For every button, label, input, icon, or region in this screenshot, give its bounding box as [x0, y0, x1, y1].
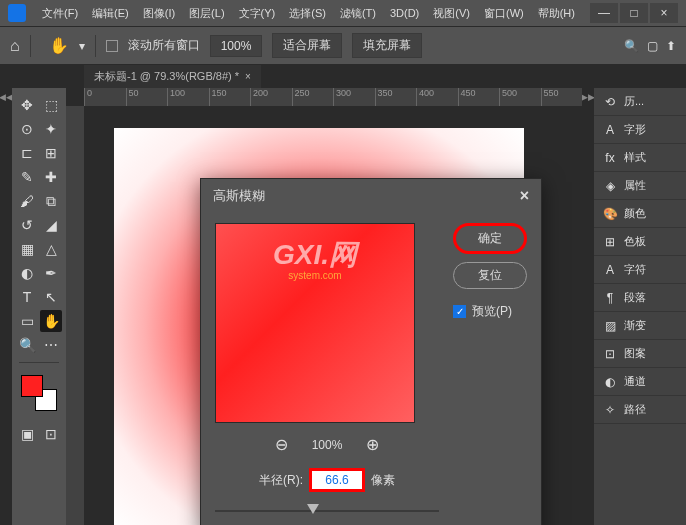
slider-thumb[interactable]: [307, 504, 319, 514]
close-button[interactable]: ×: [650, 3, 678, 23]
radius-slider[interactable]: [215, 500, 439, 516]
lasso-tool[interactable]: ⊙: [16, 118, 38, 140]
preview-checkbox[interactable]: ✓: [453, 305, 466, 318]
ruler-horizontal: 050100150200250300350400450500550: [84, 88, 582, 106]
menu-image[interactable]: 图像(I): [137, 4, 181, 23]
eraser-tool[interactable]: ◢: [40, 214, 62, 236]
search-icon[interactable]: 🔍: [624, 39, 639, 53]
home-icon[interactable]: ⌂: [10, 37, 20, 55]
panel-paths[interactable]: ✧路径: [594, 396, 686, 424]
document-tabs: 未标题-1 @ 79.3%(RGB/8#) * ×: [0, 64, 686, 88]
menu-layer[interactable]: 图层(L): [183, 4, 230, 23]
pen-tool[interactable]: ✒: [40, 262, 62, 284]
menu-window[interactable]: 窗口(W): [478, 4, 530, 23]
maximize-button[interactable]: □: [620, 3, 648, 23]
menu-filter[interactable]: 滤镜(T): [334, 4, 382, 23]
panel-collapse-right[interactable]: ▶▶: [582, 88, 594, 525]
panel-color[interactable]: 🎨颜色: [594, 200, 686, 228]
properties-icon: ◈: [602, 179, 618, 193]
tools-panel: ✥⬚ ⊙✦ ⊏⊞ ✎✚ 🖌⧉ ↺◢ ▦△ ◐✒ T↖ ▭✋ 🔍⋯ ▣⊡: [12, 88, 66, 525]
dialog-close-button[interactable]: ×: [520, 187, 529, 205]
menu-file[interactable]: 文件(F): [36, 4, 84, 23]
panel-history[interactable]: ⟲历...: [594, 88, 686, 116]
screenmode-tool[interactable]: ⊡: [40, 423, 62, 445]
share-icon[interactable]: ⬆: [666, 39, 676, 53]
zoom-level[interactable]: 100%: [210, 35, 263, 57]
color-icon: 🎨: [602, 207, 618, 221]
document-tab[interactable]: 未标题-1 @ 79.3%(RGB/8#) * ×: [84, 65, 261, 88]
preview-image[interactable]: GXI.网 system.com: [215, 223, 415, 423]
path-tool[interactable]: ↖: [40, 286, 62, 308]
preview-label: 预览(P): [472, 303, 512, 320]
watermark: GXI.网 system.com: [216, 236, 414, 281]
crop-tool[interactable]: ⊏: [16, 142, 38, 164]
zoom-out-button[interactable]: ⊖: [275, 435, 288, 454]
channels-icon: ◐: [602, 375, 618, 389]
fx-icon: fx: [602, 151, 618, 165]
swatches-icon: ⊞: [602, 235, 618, 249]
glyph-icon: A: [602, 123, 618, 137]
radius-input[interactable]: [312, 471, 362, 489]
workspace-icon[interactable]: ▢: [647, 39, 658, 53]
eyedropper-tool[interactable]: ✎: [16, 166, 38, 188]
move-tool[interactable]: ✥: [16, 94, 38, 116]
gradient-icon: ▨: [602, 319, 618, 333]
ok-button[interactable]: 确定: [453, 223, 527, 254]
type-tool[interactable]: T: [16, 286, 38, 308]
panel-swatches[interactable]: ⊞色板: [594, 228, 686, 256]
blur-tool[interactable]: △: [40, 238, 62, 260]
panel-glyphs[interactable]: A字形: [594, 116, 686, 144]
panel-gradient[interactable]: ▨渐变: [594, 312, 686, 340]
fit-screen-button[interactable]: 适合屏幕: [272, 33, 342, 58]
panel-properties[interactable]: ◈属性: [594, 172, 686, 200]
dialog-title: 高斯模糊: [213, 187, 265, 205]
foreground-color[interactable]: [21, 375, 43, 397]
menu-select[interactable]: 选择(S): [283, 4, 332, 23]
hand-tool[interactable]: ✋: [40, 310, 62, 332]
history-brush-tool[interactable]: ↺: [16, 214, 38, 236]
character-icon: A: [602, 263, 618, 277]
radius-label: 半径(R):: [259, 472, 303, 489]
paragraph-icon: ¶: [602, 291, 618, 305]
color-swatches[interactable]: [21, 375, 57, 411]
menu-view[interactable]: 视图(V): [427, 4, 476, 23]
close-tab-icon[interactable]: ×: [245, 71, 251, 82]
stamp-tool[interactable]: ⧉: [40, 190, 62, 212]
menu-text[interactable]: 文字(Y): [233, 4, 282, 23]
more-tools[interactable]: ⋯: [40, 334, 62, 356]
minimize-button[interactable]: —: [590, 3, 618, 23]
fill-screen-button[interactable]: 填充屏幕: [352, 33, 422, 58]
quickmask-tool[interactable]: ▣: [16, 423, 38, 445]
reset-button[interactable]: 复位: [453, 262, 527, 289]
preview-zoom: 100%: [312, 438, 343, 452]
panel-pattern[interactable]: ⊡图案: [594, 340, 686, 368]
zoom-tool[interactable]: 🔍: [16, 334, 38, 356]
shape-tool[interactable]: ▭: [16, 310, 38, 332]
panel-collapse-left[interactable]: ◀◀: [0, 88, 12, 525]
zoom-in-button[interactable]: ⊕: [366, 435, 379, 454]
pattern-icon: ⊡: [602, 347, 618, 361]
dodge-tool[interactable]: ◐: [16, 262, 38, 284]
frame-tool[interactable]: ⊞: [40, 142, 62, 164]
menu-help[interactable]: 帮助(H): [532, 4, 581, 23]
app-logo: [8, 4, 26, 22]
hand-tool-icon[interactable]: ✋: [49, 36, 69, 55]
scroll-all-label: 滚动所有窗口: [128, 37, 200, 54]
marquee-tool[interactable]: ⬚: [40, 94, 62, 116]
paths-icon: ✧: [602, 403, 618, 417]
ruler-vertical: [66, 106, 84, 525]
menu-edit[interactable]: 编辑(E): [86, 4, 135, 23]
menu-3d[interactable]: 3D(D): [384, 5, 425, 21]
panel-styles[interactable]: fx样式: [594, 144, 686, 172]
brush-tool[interactable]: 🖌: [16, 190, 38, 212]
panel-paragraph[interactable]: ¶段落: [594, 284, 686, 312]
panel-character[interactable]: A字符: [594, 256, 686, 284]
scroll-all-checkbox[interactable]: [106, 40, 118, 52]
heal-tool[interactable]: ✚: [40, 166, 62, 188]
wand-tool[interactable]: ✦: [40, 118, 62, 140]
panel-channels[interactable]: ◐通道: [594, 368, 686, 396]
options-bar: ⌂ ✋ ▾ 滚动所有窗口 100% 适合屏幕 填充屏幕 🔍 ▢ ⬆: [0, 26, 686, 64]
gradient-tool[interactable]: ▦: [16, 238, 38, 260]
right-panels: ⟲历... A字形 fx样式 ◈属性 🎨颜色 ⊞色板 A字符 ¶段落 ▨渐变 ⊡…: [594, 88, 686, 525]
menubar: 文件(F) 编辑(E) 图像(I) 图层(L) 文字(Y) 选择(S) 滤镜(T…: [0, 0, 686, 26]
